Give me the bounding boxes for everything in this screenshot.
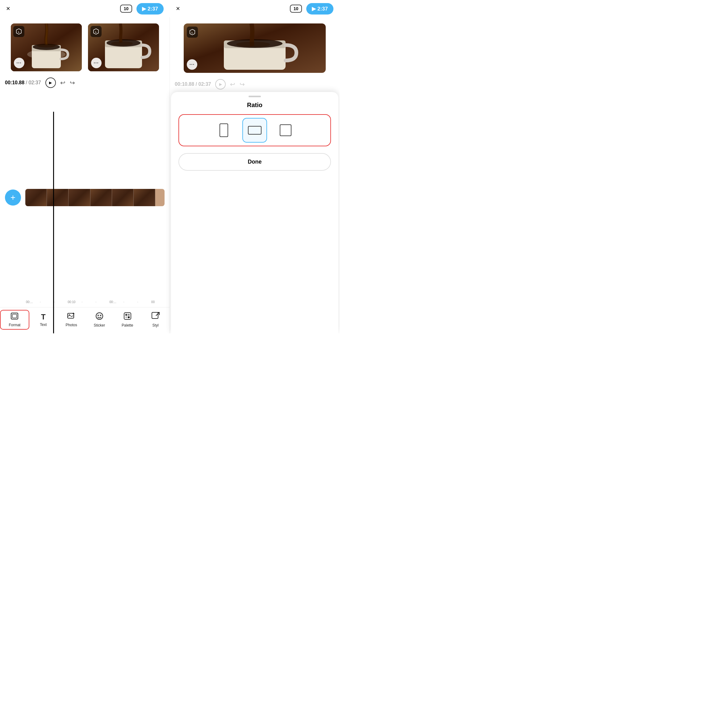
left-panel: L ··· (0, 17, 170, 333)
svg-text:L: L (18, 31, 20, 34)
format-icon (11, 312, 18, 322)
timeline-cursor (53, 112, 54, 333)
palette-icon (124, 312, 131, 322)
sheet-handle (249, 96, 261, 97)
right-undo-button: ↩ (230, 81, 235, 88)
strip-frame-4 (90, 189, 112, 206)
ratio-option-square[interactable] (273, 118, 298, 143)
text-icon: T (41, 313, 46, 321)
done-button[interactable]: Done (179, 153, 331, 171)
video-thumb-left: L ··· (11, 23, 82, 71)
right-play-button: ▶ (215, 79, 226, 90)
svg-point-6 (37, 44, 56, 47)
palette-label: Palette (122, 323, 133, 328)
svg-point-25 (100, 315, 101, 316)
time-controls: 00:10.88 / 02:37 ▶ ↩ ↪ (5, 75, 165, 90)
svg-point-14 (111, 41, 133, 46)
toolbar-item-palette[interactable]: Palette (113, 310, 141, 330)
svg-point-23 (96, 313, 103, 319)
ratio-option-portrait[interactable] (212, 118, 236, 143)
play-button[interactable]: ▶ (46, 78, 56, 88)
sticker-label: Sticker (94, 323, 105, 328)
right-play-timer-button[interactable]: ▶ 2:37 (306, 3, 333, 15)
toolbar-item-style[interactable]: Styl (141, 310, 169, 330)
left-play-timer-button[interactable]: ▶ 2:37 (136, 3, 163, 15)
sticker-icon (95, 312, 104, 322)
svg-rect-31 (152, 312, 158, 319)
redo-button[interactable]: ↪ (70, 79, 75, 86)
left-thumb-more-button[interactable]: ··· (14, 58, 24, 68)
right-preview-badge: L (187, 26, 198, 38)
strip-frame-1 (25, 189, 47, 206)
strip-frame-5 (112, 189, 134, 206)
right-preview-more-button[interactable]: ··· (187, 59, 197, 70)
timeline-area: + 00:... · · 00:1 (5, 90, 165, 305)
left-top-bar: × 10 ▶ 2:37 (0, 0, 170, 17)
svg-line-32 (156, 312, 159, 316)
right-top-bar: × 10 ▶ 2:37 (170, 0, 340, 17)
right-panel: L ··· 00:10.88 / 02:37 ▶ ↩ ↪ Ratio (170, 17, 340, 333)
left-close-button[interactable]: × (6, 5, 10, 12)
right-counter-badge: 10 (290, 5, 302, 13)
total-time: 02:37 (29, 80, 41, 85)
video-thumb-right: L ··· (88, 23, 159, 71)
square-icon (280, 124, 292, 136)
style-icon (152, 312, 160, 322)
svg-rect-29 (125, 316, 127, 318)
toolbar-item-sticker[interactable]: Sticker (85, 310, 113, 330)
toolbar-item-format[interactable]: Format (0, 310, 29, 330)
right-close-button[interactable]: × (176, 5, 180, 12)
strip-frame-last (155, 189, 165, 206)
toolbar-item-photos[interactable]: Photos (57, 311, 85, 329)
undo-button[interactable]: ↩ (60, 79, 66, 86)
svg-point-37 (236, 42, 270, 47)
right-video-preview: L ··· (184, 23, 326, 73)
left-counter-badge: 10 (120, 5, 133, 13)
timeline-strip (25, 189, 165, 206)
video-thumbnails-left: L ··· (0, 17, 169, 75)
right-video-area: L ··· (170, 17, 340, 76)
left-thumb-badge: L (13, 26, 24, 37)
svg-point-24 (98, 315, 99, 316)
photos-icon (67, 312, 75, 322)
ratio-title: Ratio (247, 102, 263, 109)
ratio-option-landscape[interactable] (243, 118, 267, 143)
text-label: Text (40, 323, 47, 327)
svg-rect-26 (124, 313, 131, 319)
svg-rect-30 (128, 316, 130, 318)
ratio-bottom-sheet: Ratio Done (171, 92, 338, 333)
right-thumb-more-button[interactable]: ··· (91, 58, 102, 68)
right-thumb-badge: L (90, 26, 102, 37)
time-display: 00:10.88 / 02:37 (5, 80, 41, 85)
right-time-display: 00:10.88 / 02:37 (175, 81, 211, 87)
style-label: Styl (153, 323, 159, 328)
svg-rect-28 (128, 314, 130, 316)
strip-frame-6 (134, 189, 155, 206)
svg-rect-18 (12, 314, 17, 318)
current-time: 00:10.88 (5, 80, 24, 85)
format-label: Format (9, 323, 20, 327)
portrait-icon (220, 124, 228, 137)
strip-frame-2 (47, 189, 69, 206)
svg-text:L: L (192, 31, 193, 34)
photos-label: Photos (66, 323, 77, 327)
add-clip-button[interactable]: + (5, 189, 21, 206)
ratio-selector-container (179, 114, 331, 146)
right-redo-button: ↪ (240, 81, 245, 88)
svg-text:L: L (95, 31, 97, 34)
strip-frame-3 (69, 189, 90, 206)
svg-rect-27 (125, 314, 127, 316)
bottom-toolbar: Format T Text Photos (0, 307, 169, 333)
timeline-ticks: 00:... · · 00:10 · · 00:... · · 00 (25, 299, 165, 305)
right-time-controls: 00:10.88 / 02:37 ▶ ↩ ↪ (170, 76, 340, 92)
landscape-icon (248, 126, 261, 134)
timeline-section: 00:10.88 / 02:37 ▶ ↩ ↪ + (0, 75, 169, 307)
